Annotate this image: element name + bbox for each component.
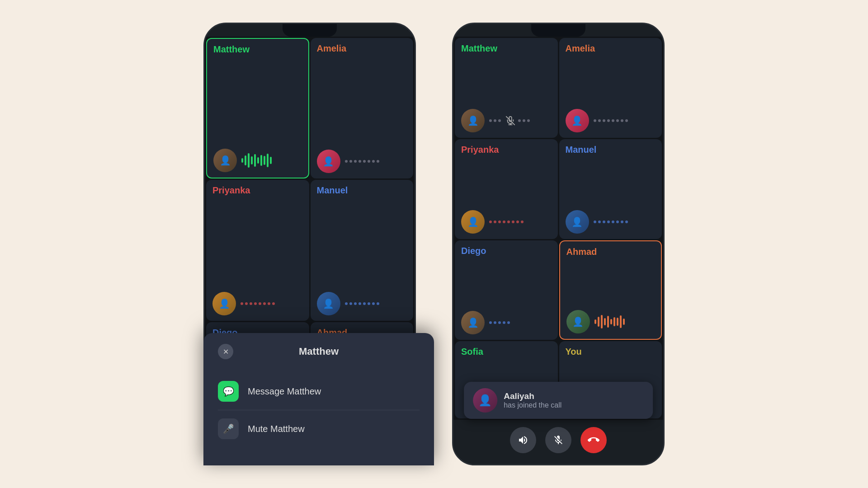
- participant-name-priyanka-left: Priyanka: [212, 185, 303, 196]
- phone-notch-right: [531, 24, 585, 37]
- context-mute-item[interactable]: 🎤 Mute Matthew: [218, 410, 420, 447]
- dot: [507, 321, 510, 324]
- avatar-ahmad-right: 👤: [566, 310, 590, 333]
- dots-right: [518, 119, 532, 122]
- dot: [512, 221, 514, 223]
- context-close-button[interactable]: ✕: [218, 344, 233, 359]
- dots-priyanka-left: [241, 302, 303, 305]
- card-bottom-priyanka-right: 👤: [461, 210, 552, 234]
- call-card-amelia-left[interactable]: Amelia 👤: [311, 38, 414, 178]
- wave-bar: [267, 154, 269, 167]
- context-menu-title: Matthew: [233, 346, 404, 357]
- dots-diego-right: [489, 321, 552, 324]
- speaker-icon: [518, 435, 528, 446]
- dot: [598, 221, 601, 223]
- dot: [612, 221, 614, 223]
- call-card-amelia-right[interactable]: Amelia 👤: [559, 38, 662, 138]
- wave-bar: [613, 317, 615, 326]
- dot: [349, 160, 352, 163]
- participant-name-diego-right: Diego: [461, 246, 552, 256]
- participant-name-amelia-right: Amelia: [566, 43, 656, 54]
- call-controls-bar: ⌃: [453, 420, 663, 464]
- message-icon: 💬: [218, 381, 239, 402]
- call-card-priyanka-right[interactable]: Priyanka 👤: [455, 139, 558, 239]
- dot: [368, 160, 370, 163]
- message-label: Message Matthew: [248, 386, 321, 397]
- wave-bar: [601, 315, 603, 328]
- call-card-diego-right[interactable]: Diego 👤: [455, 240, 558, 340]
- participant-name-manuel-left: Manuel: [317, 185, 407, 196]
- end-call-icon: [588, 434, 599, 446]
- card-bottom-amelia-right: 👤: [566, 109, 656, 132]
- wave-bar: [254, 154, 256, 167]
- dots-manuel-right: [594, 221, 656, 223]
- dot: [607, 221, 610, 223]
- wave-bar: [610, 319, 612, 324]
- card-bottom-matthew-left: 👤: [213, 149, 302, 172]
- speaker-button[interactable]: [510, 427, 536, 453]
- dot: [368, 302, 370, 305]
- dot: [489, 321, 492, 324]
- card-bottom-amelia-left: 👤: [317, 150, 407, 173]
- call-card-matthew-right[interactable]: Matthew 👤: [455, 38, 558, 138]
- participant-name-you-right: You: [566, 347, 656, 357]
- dot: [245, 302, 248, 305]
- participant-name-sofia-right: Sofia: [461, 347, 552, 357]
- dot: [603, 119, 605, 122]
- dots-left: [489, 119, 503, 122]
- context-menu: ✕ Matthew 💬 Message Matthew 🎤 Mute Matth…: [203, 333, 434, 465]
- avatar-matthew-right: 👤: [461, 109, 485, 132]
- dots-priyanka-right: [489, 221, 552, 223]
- mute-button[interactable]: [545, 427, 571, 453]
- dot: [359, 302, 361, 305]
- avatar-diego-right: 👤: [461, 311, 485, 334]
- wave-bar: [257, 157, 259, 164]
- dot: [494, 119, 496, 122]
- wave-bar: [623, 319, 625, 325]
- context-menu-header: ✕ Matthew: [218, 344, 420, 359]
- call-card-ahmad-right[interactable]: Ahmad 👤: [559, 240, 662, 340]
- toast-name: Aaliyah: [504, 391, 561, 401]
- right-call-grid: Matthew 👤: [453, 37, 663, 420]
- dot: [516, 221, 519, 223]
- dot: [594, 221, 596, 223]
- toast-subtitle: has joined the call: [504, 401, 561, 409]
- wave-bar: [264, 156, 265, 165]
- card-bottom-priyanka-left: 👤: [212, 292, 303, 315]
- mic-off-icon: [553, 435, 564, 446]
- avatar-manuel-right: 👤: [566, 210, 589, 234]
- dot: [363, 302, 366, 305]
- dot: [621, 119, 623, 122]
- dot: [598, 119, 601, 122]
- dot: [494, 221, 496, 223]
- call-card-matthew-left[interactable]: Matthew 👤: [206, 38, 309, 178]
- mute-overlay: [489, 116, 532, 126]
- dot: [518, 119, 521, 122]
- dot: [372, 160, 375, 163]
- call-card-manuel-left[interactable]: Manuel 👤: [311, 180, 414, 320]
- dot: [498, 221, 501, 223]
- waveform-ahmad-right: [594, 315, 655, 328]
- context-message-item[interactable]: 💬 Message Matthew: [218, 373, 420, 410]
- avatar-priyanka-left: 👤: [212, 292, 236, 315]
- wave-bar: [245, 155, 246, 165]
- left-phone-wrapper: Matthew 👤: [203, 23, 416, 465]
- dot: [503, 321, 505, 324]
- avatar-matthew-left: 👤: [213, 149, 237, 172]
- dot: [345, 160, 348, 163]
- dot: [268, 302, 270, 305]
- wave-bar: [270, 157, 272, 164]
- card-bottom-ahmad-right: 👤: [566, 310, 655, 333]
- dot: [503, 221, 505, 223]
- dot: [616, 119, 619, 122]
- card-bottom-matthew-right: 👤: [461, 109, 552, 132]
- call-card-manuel-right[interactable]: Manuel 👤: [559, 139, 662, 239]
- dots-amelia-left: [345, 160, 407, 163]
- end-call-button[interactable]: [580, 427, 607, 453]
- dot: [616, 221, 619, 223]
- call-card-priyanka-left[interactable]: Priyanka 👤: [206, 180, 309, 320]
- wave-bar: [241, 158, 243, 163]
- dot: [494, 321, 496, 324]
- wave-bar: [620, 315, 622, 328]
- dot: [349, 302, 352, 305]
